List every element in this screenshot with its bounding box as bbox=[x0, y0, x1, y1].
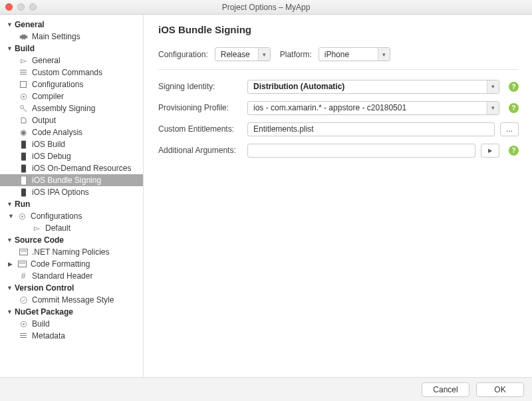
sidebar-item-run-configurations[interactable]: ▼ Configurations bbox=[0, 210, 143, 222]
sidebar-item-label: iOS IPA Options bbox=[32, 188, 89, 197]
check-icon bbox=[19, 295, 28, 305]
custom-entitlements-label: Custom Entitlements: bbox=[158, 124, 242, 134]
sidebar-item-label: .NET Naming Policies bbox=[32, 247, 109, 257]
svg-rect-3 bbox=[21, 82, 27, 88]
sidebar-item-label: iOS Build bbox=[32, 140, 65, 149]
titlebar: Project Options – MyApp bbox=[0, 0, 532, 15]
target-icon: ◉ bbox=[19, 128, 28, 137]
sidebar-item-nuget-build[interactable]: Build bbox=[0, 318, 143, 330]
platform-select[interactable]: iPhone bbox=[319, 47, 390, 61]
sidebar-item-naming-policies[interactable]: .NET Naming Policies bbox=[0, 246, 143, 258]
sidebar-item-run-default[interactable]: ▻ Default bbox=[0, 222, 143, 234]
platform-label: Platform: bbox=[280, 50, 312, 59]
sidebar-item-ios-ondemand[interactable]: iOS On-Demand Resources bbox=[0, 162, 143, 174]
select-value: Distribution (Automatic) bbox=[253, 82, 483, 91]
custom-entitlements-row: Custom Entitlements: Entitlements.plist … bbox=[158, 122, 519, 136]
browse-entitlements-button[interactable]: ... bbox=[500, 122, 519, 136]
svg-rect-1 bbox=[20, 72, 27, 72]
sidebar-item-configurations[interactable]: Configurations bbox=[0, 78, 143, 90]
sidebar-item-assembly-signing[interactable]: Assembly Signing bbox=[0, 102, 143, 114]
sidebar-item-ios-ipa[interactable]: iOS IPA Options bbox=[0, 186, 143, 198]
phone-icon bbox=[19, 140, 28, 149]
configuration-select[interactable]: Release bbox=[215, 47, 271, 61]
hash-icon: # bbox=[19, 271, 28, 281]
svg-rect-10 bbox=[21, 176, 26, 184]
sidebar-item-code-formatting[interactable]: ▶ Code Formatting bbox=[0, 258, 143, 270]
sidebar-group-run[interactable]: ▼ Run bbox=[0, 198, 143, 210]
sidebar-group-version-control[interactable]: ▼ Version Control bbox=[0, 282, 143, 294]
help-icon[interactable]: ? bbox=[509, 146, 519, 156]
sidebar-item-code-analysis[interactable]: ◉ Code Analysis bbox=[0, 126, 143, 138]
chevron-down-icon: ▼ bbox=[7, 21, 12, 28]
signing-identity-select[interactable]: Distribution (Automatic) bbox=[247, 80, 499, 94]
config-platform-row: Configuration: Release Platform: iPhone bbox=[158, 47, 519, 70]
footer: Cancel OK bbox=[0, 377, 532, 401]
sidebar-item-build-general[interactable]: ▻ General bbox=[0, 55, 143, 67]
sidebar-item-ios-debug[interactable]: iOS Debug bbox=[0, 150, 143, 162]
sidebar-item-ios-build[interactable]: iOS Build bbox=[0, 138, 143, 150]
provisioning-profile-select[interactable]: ios - com.xamarin.* - appstore - c201805… bbox=[247, 101, 499, 115]
button-label: OK bbox=[494, 385, 505, 394]
help-icon[interactable]: ? bbox=[509, 82, 519, 92]
svg-rect-15 bbox=[21, 251, 27, 251]
svg-rect-9 bbox=[21, 164, 26, 172]
sidebar-group-general[interactable]: ▼ General bbox=[0, 19, 143, 31]
chevron-down-icon bbox=[487, 80, 499, 93]
svg-rect-8 bbox=[21, 152, 26, 160]
svg-point-20 bbox=[23, 323, 24, 325]
minimize-window-button bbox=[17, 3, 25, 11]
sidebar-item-label: Main Settings bbox=[32, 32, 80, 41]
close-window-button[interactable] bbox=[5, 3, 13, 11]
list-icon bbox=[19, 331, 28, 340]
sidebar-item-nuget-metadata[interactable]: Metadata bbox=[0, 330, 143, 342]
additional-args-row: Additional Arguments: ? bbox=[158, 143, 519, 158]
svg-point-18 bbox=[20, 297, 27, 303]
phone-icon bbox=[19, 188, 28, 197]
sidebar-item-label: Compiler bbox=[32, 92, 64, 101]
sidebar-item-label: iOS Bundle Signing bbox=[32, 176, 101, 185]
custom-entitlements-input[interactable]: Entitlements.plist bbox=[247, 122, 495, 136]
ok-button[interactable]: OK bbox=[476, 382, 524, 397]
sidebar-group-source-code[interactable]: ▼ Source Code bbox=[0, 234, 143, 246]
sidebar-item-compiler[interactable]: Compiler bbox=[0, 90, 143, 102]
select-value: iPhone bbox=[325, 50, 374, 59]
phone-icon bbox=[19, 152, 28, 161]
svg-rect-16 bbox=[18, 261, 26, 267]
sidebar-item-label: Configurations bbox=[32, 80, 83, 89]
sidebar-item-label: Standard Header bbox=[32, 271, 92, 281]
cancel-button[interactable]: Cancel bbox=[422, 382, 469, 397]
chevron-down-icon bbox=[487, 102, 499, 114]
sidebar-item-output[interactable]: Output bbox=[0, 114, 143, 126]
chevron-right-icon: ▶ bbox=[8, 261, 13, 267]
chevron-down-icon bbox=[378, 48, 390, 61]
provisioning-profile-row: Provisioning Profile: ios - com.xamarin.… bbox=[158, 100, 519, 115]
sidebar-group-nuget[interactable]: ▼ NuGet Package bbox=[0, 306, 143, 318]
button-label: Cancel bbox=[433, 385, 458, 394]
additional-args-label: Additional Arguments: bbox=[158, 146, 242, 155]
help-icon[interactable]: ? bbox=[509, 103, 519, 113]
input-value: Entitlements.plist bbox=[253, 124, 314, 134]
sidebar-item-label: Metadata bbox=[32, 331, 65, 340]
sidebar-item-label: iOS Debug bbox=[32, 152, 71, 161]
sidebar-item-commit-style[interactable]: Commit Message Style bbox=[0, 294, 143, 306]
sidebar-item-label: Configurations bbox=[31, 211, 82, 221]
sidebar-item-label: Build bbox=[32, 319, 50, 329]
sidebar-item-label: General bbox=[32, 56, 61, 65]
sidebar-group-label: General bbox=[15, 20, 45, 29]
run-args-button[interactable] bbox=[481, 144, 499, 158]
sidebar-item-ios-bundle-signing[interactable]: iOS Bundle Signing bbox=[0, 174, 143, 186]
list-icon bbox=[19, 68, 28, 77]
svg-rect-7 bbox=[21, 140, 26, 148]
sidebar-item-custom-commands[interactable]: Custom Commands bbox=[0, 67, 143, 78]
sidebar-item-label: Assembly Signing bbox=[32, 104, 95, 113]
svg-rect-21 bbox=[20, 333, 27, 334]
sidebar-item-label: Default bbox=[45, 223, 70, 233]
gear-icon bbox=[17, 211, 27, 221]
sidebar-item-standard-header[interactable]: # Standard Header bbox=[0, 270, 143, 282]
svg-rect-11 bbox=[21, 188, 26, 196]
additional-args-input[interactable] bbox=[247, 144, 475, 158]
card-icon bbox=[17, 259, 27, 269]
sidebar-group-build[interactable]: ▼ Build bbox=[0, 43, 143, 55]
chevron-down-icon: ▼ bbox=[7, 237, 12, 243]
sidebar-item-main-settings[interactable]: Main Settings bbox=[0, 31, 143, 43]
